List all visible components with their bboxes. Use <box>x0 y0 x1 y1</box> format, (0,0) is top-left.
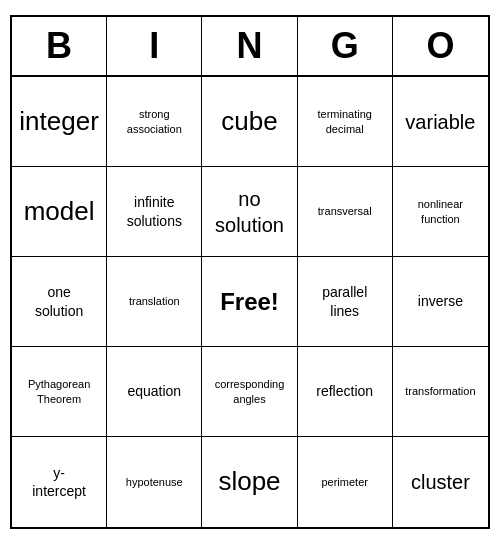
cell-text: variable <box>405 109 475 135</box>
bingo-cell[interactable]: transformation <box>393 347 488 437</box>
bingo-cell[interactable]: integer <box>12 77 107 167</box>
cell-text: Free! <box>220 286 279 317</box>
cell-text: terminatingdecimal <box>317 107 371 136</box>
header-letter: N <box>202 17 297 75</box>
bingo-cell[interactable]: infinitesolutions <box>107 167 202 257</box>
cell-text: transformation <box>405 384 475 398</box>
cell-text: translation <box>129 294 180 308</box>
bingo-grid: integerstrongassociationcubeterminatingd… <box>12 77 488 527</box>
cell-text: strongassociation <box>127 107 182 136</box>
cell-text: reflection <box>316 382 373 400</box>
bingo-cell[interactable]: onesolution <box>12 257 107 347</box>
bingo-cell[interactable]: transversal <box>298 167 393 257</box>
bingo-header: BINGO <box>12 17 488 77</box>
bingo-cell[interactable]: cluster <box>393 437 488 527</box>
cell-text: equation <box>127 382 181 400</box>
cell-text: hypotenuse <box>126 475 183 489</box>
cell-text: PythagoreanTheorem <box>28 377 90 406</box>
bingo-cell[interactable]: slope <box>202 437 297 527</box>
cell-text: correspondingangles <box>215 377 285 406</box>
bingo-cell[interactable]: cube <box>202 77 297 167</box>
bingo-cell[interactable]: Free! <box>202 257 297 347</box>
bingo-cell[interactable]: inverse <box>393 257 488 347</box>
bingo-cell[interactable]: translation <box>107 257 202 347</box>
cell-text: y-intercept <box>32 464 86 500</box>
bingo-cell[interactable]: parallellines <box>298 257 393 347</box>
cell-text: integer <box>19 105 99 139</box>
cell-text: cube <box>221 105 277 139</box>
bingo-card: BINGO integerstrongassociationcubetermin… <box>10 15 490 529</box>
bingo-cell[interactable]: y-intercept <box>12 437 107 527</box>
cell-text: inverse <box>418 292 463 310</box>
bingo-cell[interactable]: variable <box>393 77 488 167</box>
cell-text: onesolution <box>35 283 83 319</box>
cell-text: nosolution <box>215 186 284 238</box>
cell-text: transversal <box>318 204 372 218</box>
cell-text: slope <box>218 465 280 499</box>
bingo-cell[interactable]: hypotenuse <box>107 437 202 527</box>
cell-text: parallellines <box>322 283 367 319</box>
cell-text: nonlinearfunction <box>418 197 463 226</box>
bingo-cell[interactable]: terminatingdecimal <box>298 77 393 167</box>
cell-text: model <box>24 195 95 229</box>
header-letter: O <box>393 17 488 75</box>
bingo-cell[interactable]: nosolution <box>202 167 297 257</box>
bingo-cell[interactable]: reflection <box>298 347 393 437</box>
header-letter: G <box>298 17 393 75</box>
bingo-cell[interactable]: perimeter <box>298 437 393 527</box>
header-letter: B <box>12 17 107 75</box>
cell-text: perimeter <box>321 475 367 489</box>
bingo-cell[interactable]: equation <box>107 347 202 437</box>
bingo-cell[interactable]: correspondingangles <box>202 347 297 437</box>
cell-text: cluster <box>411 469 470 495</box>
bingo-cell[interactable]: PythagoreanTheorem <box>12 347 107 437</box>
bingo-cell[interactable]: model <box>12 167 107 257</box>
cell-text: infinitesolutions <box>127 193 182 229</box>
bingo-cell[interactable]: nonlinearfunction <box>393 167 488 257</box>
bingo-cell[interactable]: strongassociation <box>107 77 202 167</box>
header-letter: I <box>107 17 202 75</box>
